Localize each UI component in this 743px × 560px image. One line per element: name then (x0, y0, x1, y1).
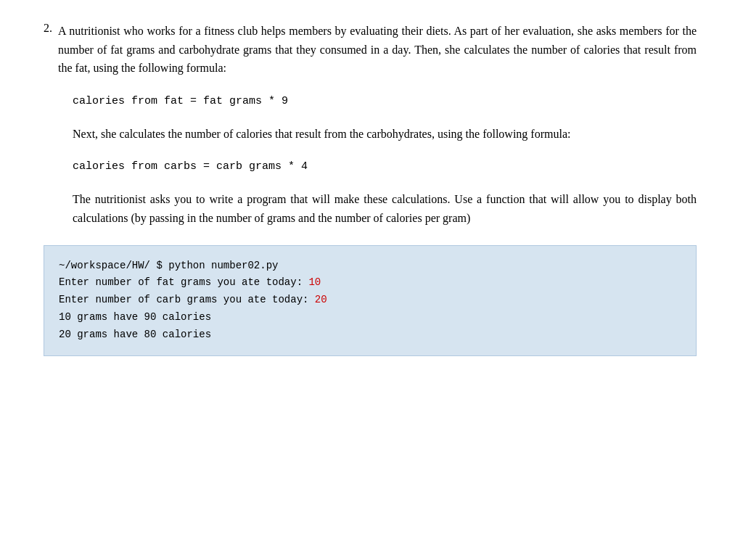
formula2-text: calories from carbs = carb grams * 4 (73, 160, 308, 173)
paragraph3-block: The nutritionist asks you to write a pro… (73, 190, 697, 227)
terminal-line3-prefix: Enter number of carb grams you ate today… (59, 294, 315, 305)
terminal-line5: 20 grams have 80 calories (59, 326, 681, 344)
terminal-line3: Enter number of carb grams you ate today… (59, 292, 681, 309)
problem-paragraph3: The nutritionist asks you to write a pro… (73, 190, 697, 227)
problem-container: 2. A nutritionist who works for a fitnes… (44, 22, 697, 356)
terminal-line3-value: 20 (315, 294, 327, 305)
formula1-block: calories from fat = fat grams * 9 (73, 95, 697, 107)
problem-header: 2. A nutritionist who works for a fitnes… (44, 22, 697, 78)
formula2-block: calories from carbs = carb grams * 4 (73, 160, 697, 173)
terminal-line4: 10 grams have 90 calories (59, 309, 681, 326)
paragraph2-block: Next, she calculates the number of calor… (73, 125, 697, 144)
terminal-box: ~/workspace/HW/ $ python number02.py Ent… (44, 245, 697, 356)
formula1-text: calories from fat = fat grams * 9 (73, 95, 288, 107)
problem-paragraph1: A nutritionist who works for a fitness c… (58, 22, 697, 78)
terminal-line1: ~/workspace/HW/ $ python number02.py (59, 258, 681, 275)
terminal-line2-prefix: Enter number of fat grams you ate today: (59, 276, 308, 288)
problem-number: 2. (44, 22, 52, 35)
problem-paragraph2: Next, she calculates the number of calor… (73, 125, 697, 144)
terminal-line2: Enter number of fat grams you ate today:… (59, 274, 681, 292)
terminal-line2-value: 10 (308, 276, 321, 288)
